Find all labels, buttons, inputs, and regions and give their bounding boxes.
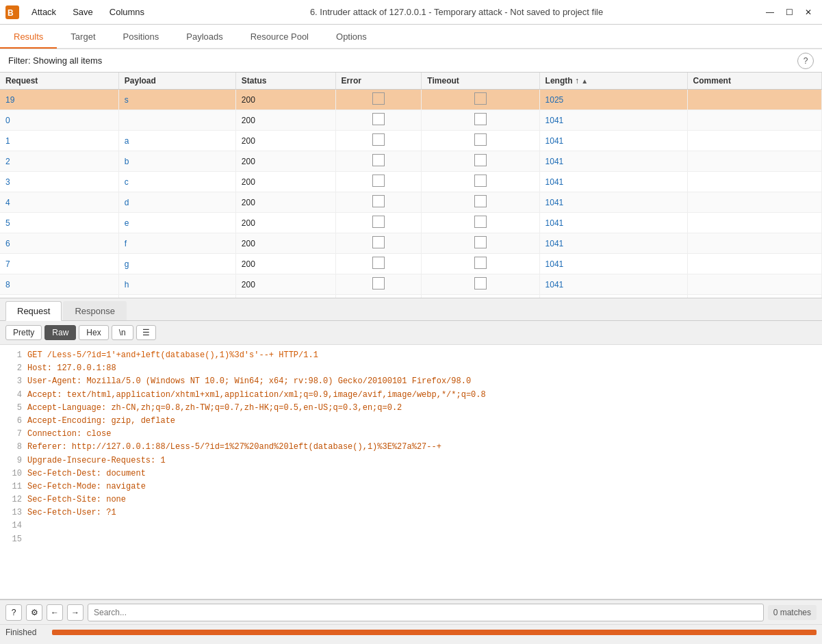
line-number: 3	[8, 375, 22, 388]
line-number: 4	[8, 389, 22, 402]
code-line: 7Connection: close	[8, 428, 814, 441]
line-number: 15	[8, 533, 22, 546]
hex-btn[interactable]: Hex	[79, 325, 108, 340]
code-line: 2Host: 127.0.0.1:88	[8, 362, 814, 375]
raw-btn[interactable]: Raw	[44, 325, 76, 340]
col-comment[interactable]: Comment	[687, 73, 821, 90]
back-icon-btn[interactable]: ←	[47, 604, 63, 621]
checkbox[interactable]	[474, 195, 487, 207]
search-input[interactable]	[88, 604, 764, 621]
menu-icon-btn[interactable]: ☰	[136, 325, 156, 340]
code-line: 15	[8, 533, 814, 546]
checkbox[interactable]	[474, 277, 487, 289]
newline-btn[interactable]: \n	[112, 325, 133, 340]
tab-payloads[interactable]: Payloads	[172, 26, 236, 49]
line-content: Upgrade-Insecure-Requests: 1	[27, 454, 166, 467]
length-cell: 1041	[539, 172, 687, 192]
checkbox[interactable]	[474, 257, 487, 269]
checkbox[interactable]	[372, 133, 385, 146]
table-row[interactable]: 6f2001041	[0, 233, 822, 254]
line-content: Accept-Encoding: gzip, deflate	[27, 415, 175, 428]
comment-cell	[687, 274, 821, 295]
comment-cell	[687, 213, 821, 233]
filter-text: Filter: Showing all items	[8, 55, 797, 66]
window-title: 6. Intruder attack of 127.0.0.1 - Tempor…	[154, 7, 759, 17]
help-icon-btn[interactable]: ?	[5, 604, 22, 621]
comment-cell	[687, 90, 821, 110]
view-toggle: Pretty Raw Hex \n ☰	[0, 321, 822, 345]
col-timeout[interactable]: Timeout	[422, 73, 539, 90]
table-row[interactable]: 1a2001041	[0, 131, 822, 151]
tab-target[interactable]: Target	[57, 26, 109, 49]
payload-cell: e	[118, 213, 235, 233]
line-number: 6	[8, 415, 22, 428]
tab-options[interactable]: Options	[322, 26, 381, 49]
table-row[interactable]: 4d2001041	[0, 192, 822, 213]
length-cell: 1041	[539, 110, 687, 131]
payload-cell	[118, 110, 235, 131]
col-status[interactable]: Status	[235, 73, 335, 90]
table-row[interactable]: 7g2001041	[0, 254, 822, 274]
table-row[interactable]: 2b2001041	[0, 151, 822, 172]
checkbox[interactable]	[474, 154, 487, 166]
filter-help-button[interactable]: ?	[797, 53, 814, 69]
close-button[interactable]: ✕	[800, 4, 817, 21]
req-cell: 0	[0, 110, 118, 131]
checkbox[interactable]	[372, 92, 385, 105]
forward-icon-btn[interactable]: →	[67, 604, 84, 621]
tab-results[interactable]: Results	[0, 26, 57, 49]
pretty-btn[interactable]: Pretty	[5, 325, 42, 340]
comment-cell	[687, 151, 821, 172]
checkbox[interactable]	[474, 113, 487, 125]
settings-icon-btn[interactable]: ⚙	[26, 604, 42, 621]
code-line: 5Accept-Language: zh-CN,zh;q=0.8,zh-TW;q…	[8, 402, 814, 415]
tab-resource-pool[interactable]: Resource Pool	[237, 26, 322, 49]
checkbox[interactable]	[474, 175, 487, 187]
col-payload[interactable]: Payload	[118, 73, 235, 90]
col-length[interactable]: Length ↑ ▲	[539, 73, 687, 90]
columns-menu[interactable]: Columns	[103, 4, 151, 20]
status-cell: 200	[235, 110, 335, 131]
tab-positions[interactable]: Positions	[110, 26, 173, 49]
svg-text:B: B	[8, 8, 14, 18]
col-error[interactable]: Error	[335, 73, 422, 90]
checkbox[interactable]	[372, 216, 385, 228]
tab-request[interactable]: Request	[5, 301, 62, 321]
length-cell: 1041	[539, 213, 687, 233]
checkbox[interactable]	[372, 236, 385, 248]
save-menu[interactable]: Save	[66, 4, 100, 20]
checkbox[interactable]	[372, 277, 385, 289]
tab-response[interactable]: Response	[63, 301, 127, 320]
payload-cell: h	[118, 274, 235, 295]
checkbox[interactable]	[474, 216, 487, 228]
table-row[interactable]: 19s2001025	[0, 90, 822, 110]
length-cell: 1025	[539, 90, 687, 110]
table-row[interactable]: 5e2001041	[0, 213, 822, 233]
table-row[interactable]: 02001041	[0, 110, 822, 131]
line-number: 13	[8, 506, 22, 519]
col-request[interactable]: Request	[0, 73, 118, 90]
code-line: 11Sec-Fetch-Mode: navigate	[8, 480, 814, 493]
status-cell: 200	[235, 151, 335, 172]
status-cell: 200	[235, 172, 335, 192]
req-cell: 1	[0, 131, 118, 151]
checkbox[interactable]	[474, 133, 487, 146]
checkbox[interactable]	[474, 236, 487, 248]
payload-cell: f	[118, 233, 235, 254]
checkbox[interactable]	[474, 92, 487, 105]
checkbox[interactable]	[372, 195, 385, 207]
attack-menu[interactable]: Attack	[25, 4, 63, 20]
checkbox[interactable]	[372, 175, 385, 187]
minimize-button[interactable]: —	[762, 4, 778, 21]
progress-bar-fill	[52, 630, 817, 635]
payload-cell: b	[118, 151, 235, 172]
checkbox[interactable]	[372, 154, 385, 166]
maximize-button[interactable]: ☐	[781, 4, 797, 21]
table-row[interactable]: 8h2001041	[0, 274, 822, 295]
comment-cell	[687, 110, 821, 131]
table-row[interactable]: 3c2001041	[0, 172, 822, 192]
code-line: 3User-Agent: Mozilla/5.0 (Windows NT 10.…	[8, 375, 814, 388]
checkbox[interactable]	[372, 257, 385, 269]
code-line: 4Accept: text/html,application/xhtml+xml…	[8, 389, 814, 402]
checkbox[interactable]	[372, 113, 385, 125]
